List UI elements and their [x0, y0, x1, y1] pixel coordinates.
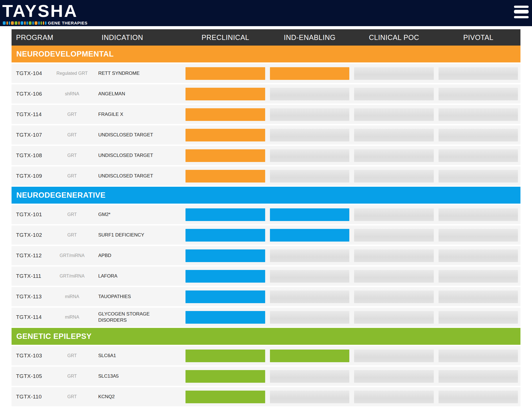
phase-empty-bar-clinical-poc: [354, 249, 434, 262]
logo-color-ticks: [3, 21, 46, 25]
phase-progress-bar-preclinical: [185, 270, 265, 283]
logo-wordmark: TAYSHA: [2, 2, 88, 20]
phase-progress-bar-preclinical: [185, 350, 265, 362]
phase-empty-bar-clinical-poc: [354, 391, 434, 403]
modality-label: miRNA: [54, 315, 90, 320]
phase-cell-preclinical: [183, 205, 268, 224]
phase-empty-bar-clinical-poc: [354, 270, 434, 283]
indication-label: LAFORA: [98, 273, 117, 279]
logo-tick: [41, 21, 42, 25]
program-row-tgtx-101-gm2: TGTX-101GRTGM2*: [12, 204, 520, 224]
phase-progress-bar-preclinical: [185, 170, 265, 183]
phase-empty-bar-clinical-poc: [354, 108, 434, 121]
phase-empty-bar-ind-enabling: [270, 391, 350, 403]
program-code: TGTX-108: [12, 152, 54, 159]
modality-label: GRT: [54, 112, 90, 117]
program-row-tgtx-106-angelman: TGTX-106shRNAANGELMAN: [12, 83, 520, 103]
hamburger-bar: [514, 6, 529, 8]
indication-label: ANGELMAN: [98, 91, 125, 97]
phase-empty-bar-ind-enabling: [270, 149, 350, 162]
logo-tagline: GENE THERAPIES: [48, 21, 88, 25]
phase-empty-bar-pivotal: [439, 350, 518, 362]
indication-label: SLC13A5: [98, 373, 119, 379]
column-header-pivotal: PIVOTAL: [436, 33, 521, 42]
logo-tick: [45, 21, 46, 25]
phase-empty-bar-clinical-poc: [354, 67, 434, 80]
phase-cell-pivotal: [436, 146, 521, 165]
phase-empty-bar-ind-enabling: [270, 311, 350, 324]
column-header-ind-enabling: IND-ENABLING: [268, 33, 352, 42]
phase-progress-bar-ind-enabling: [270, 229, 350, 242]
program-row-tgtx-109-undisclosed-target: TGTX-109GRTUNDISCLOSED TARGET: [12, 165, 520, 186]
phase-progress-bar-preclinical: [185, 311, 265, 324]
program-code: TGTX-110: [12, 394, 54, 400]
phase-empty-bar-ind-enabling: [270, 129, 350, 141]
indication-cell: GLYCOGEN STORAGE DISORDERS: [90, 311, 183, 323]
indication-label: TAUOPATHIES: [98, 294, 131, 300]
phase-cell-pivotal: [436, 246, 521, 265]
phase-empty-bar-ind-enabling: [270, 290, 350, 303]
phase-progress-bar-preclinical: [185, 88, 265, 100]
modality-label: GRT: [54, 174, 90, 179]
phase-cell-pivotal: [436, 105, 521, 124]
phase-cell-ind-enabling: [268, 267, 352, 286]
phase-progress-bar-preclinical: [185, 129, 265, 141]
indication-label: SURF1 DEFICIENCY: [98, 232, 144, 238]
program-row-tgtx-113-tauopathies: TGTX-113miRNATAUOPATHIES: [12, 286, 520, 306]
program-row-tgtx-102-surf1-deficiency: TGTX-102GRTSURF1 DEFICIENCY: [12, 224, 520, 245]
column-header-clinical-poc: CLINICAL POC: [352, 33, 436, 42]
program-row-tgtx-112-apbd: TGTX-112GRT/miRNAAPBD: [12, 245, 520, 265]
phase-cell-preclinical: [183, 267, 268, 286]
phase-cell-ind-enabling: [268, 387, 352, 406]
indication-label: UNDISCLOSED TARGET: [98, 152, 153, 159]
phase-cell-pivotal: [436, 205, 521, 224]
phase-cell-preclinical: [183, 367, 268, 386]
program-code: TGTX-107: [12, 132, 54, 138]
phase-cell-clinical-poc: [352, 308, 436, 327]
indication-label: SLC6A1: [98, 353, 116, 359]
phase-cell-ind-enabling: [268, 166, 352, 186]
modality-label: shRNA: [54, 91, 90, 96]
phase-empty-bar-ind-enabling: [270, 270, 350, 283]
modality-label: GRT: [54, 394, 90, 399]
phase-empty-bar-pivotal: [439, 290, 518, 303]
phase-empty-bar-clinical-poc: [354, 370, 434, 383]
phase-empty-bar-clinical-poc: [354, 290, 434, 303]
pipeline-table: PROGRAM INDICATION PRECLINICAL IND-ENABL…: [12, 29, 520, 406]
modality-label: miRNA: [54, 294, 90, 299]
phase-cell-preclinical: [183, 387, 268, 406]
phase-progress-bar-preclinical: [185, 249, 265, 262]
indication-cell: SURF1 DEFICIENCY: [90, 232, 183, 238]
phase-empty-bar-pivotal: [439, 208, 518, 221]
phase-empty-bar-pivotal: [439, 170, 518, 183]
section-neurodegenerative: NEURODEGENERATIVETGTX-101GRTGM2*TGTX-102…: [12, 187, 520, 327]
modality-label: GRT: [54, 153, 90, 158]
phase-empty-bar-ind-enabling: [270, 370, 350, 383]
modality-label: GRT: [54, 374, 90, 379]
phase-cell-ind-enabling: [268, 146, 352, 165]
program-row-tgtx-114-fragile-x: TGTX-114GRTFRAGILE X: [12, 103, 520, 124]
taysha-logo[interactable]: TAYSHA GENE THERAPIES: [2, 2, 88, 25]
phase-cell-clinical-poc: [352, 287, 436, 306]
phase-cell-clinical-poc: [352, 246, 436, 265]
program-code: TGTX-114: [12, 314, 54, 320]
phase-cell-preclinical: [183, 308, 268, 327]
indication-cell: SLC6A1: [90, 353, 183, 359]
indication-label: UNDISCLOSED TARGET: [98, 173, 153, 179]
program-code: TGTX-114: [12, 111, 54, 118]
logo-tick: [11, 21, 14, 25]
indication-cell: SLC13A5: [90, 373, 183, 379]
phase-progress-bar-preclinical: [185, 149, 265, 162]
phase-cell-preclinical: [183, 346, 268, 365]
phase-cell-pivotal: [436, 267, 521, 286]
phase-cell-clinical-poc: [352, 105, 436, 124]
indication-cell: UNDISCLOSED TARGET: [90, 132, 183, 138]
program-code: TGTX-106: [12, 91, 54, 97]
phase-cell-pivotal: [436, 64, 521, 83]
program-code: TGTX-105: [12, 373, 54, 379]
program-code: TGTX-112: [12, 253, 54, 259]
logo-tick: [35, 21, 37, 25]
phase-empty-bar-pivotal: [439, 67, 518, 80]
phase-empty-bar-clinical-poc: [354, 350, 434, 362]
hamburger-menu-icon[interactable]: [514, 6, 529, 18]
